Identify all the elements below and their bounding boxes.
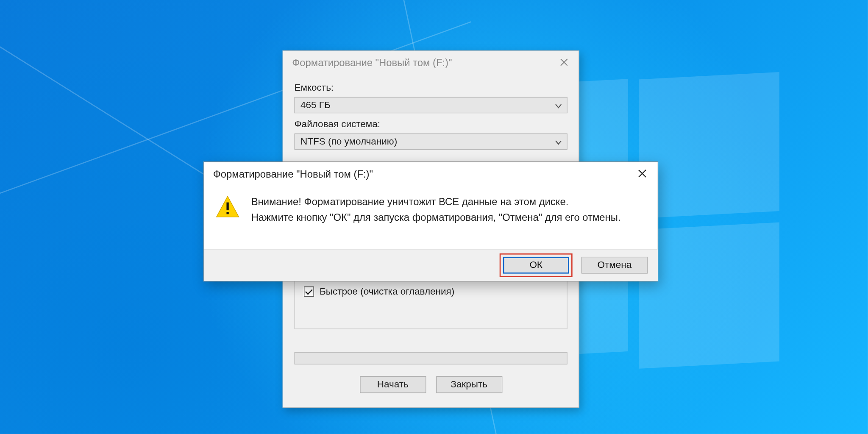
capacity-label: Емкость: bbox=[295, 82, 568, 93]
warning-icon bbox=[215, 195, 240, 219]
confirm-message: Внимание! Форматирование уничтожит ВСЕ д… bbox=[251, 195, 621, 226]
confirm-dialog: Форматирование "Новый том (F:)" Внимание… bbox=[203, 161, 658, 281]
filesystem-label: Файловая система: bbox=[295, 119, 568, 130]
quick-format-label: Быстрое (очистка оглавления) bbox=[320, 286, 454, 297]
svg-rect-5 bbox=[226, 203, 228, 211]
close-button[interactable]: Закрыть bbox=[436, 376, 502, 393]
confirm-dialog-titlebar: Форматирование "Новый том (F:)" bbox=[204, 162, 658, 186]
close-icon bbox=[560, 57, 568, 69]
chevron-down-icon bbox=[554, 138, 562, 149]
confirm-dialog-footer: ОК Отмена bbox=[204, 249, 658, 281]
chevron-down-icon bbox=[554, 101, 562, 112]
ok-button-highlight: ОК bbox=[500, 253, 573, 277]
start-button-label: Начать bbox=[377, 379, 409, 390]
ok-button-label: ОК bbox=[529, 260, 542, 271]
format-progress-bar bbox=[295, 352, 568, 364]
close-button-label: Закрыть bbox=[451, 379, 487, 390]
format-dialog-titlebar: Форматирование "Новый том (F:)" bbox=[283, 51, 579, 75]
ok-button[interactable]: ОК bbox=[503, 257, 569, 274]
format-options-group: Способы форматирования: Быстрое (очистка… bbox=[295, 275, 568, 329]
close-icon bbox=[638, 169, 646, 181]
cancel-button[interactable]: Отмена bbox=[581, 257, 648, 274]
format-dialog-close-button[interactable] bbox=[549, 51, 579, 75]
confirm-dialog-title: Форматирование "Новый том (F:)" bbox=[213, 169, 373, 181]
format-dialog-title: Форматирование "Новый том (F:)" bbox=[292, 57, 452, 69]
quick-format-checkbox[interactable] bbox=[304, 287, 314, 297]
confirm-dialog-close-button[interactable] bbox=[626, 162, 658, 186]
filesystem-select[interactable]: NTFS (по умолчанию) bbox=[295, 134, 568, 150]
confirm-message-line2: Нажмите кнопку "ОК" для запуска форматир… bbox=[251, 210, 621, 226]
start-button[interactable]: Начать bbox=[360, 376, 426, 393]
capacity-select[interactable]: 465 ГБ bbox=[295, 97, 568, 113]
filesystem-value: NTFS (по умолчанию) bbox=[300, 136, 397, 147]
confirm-message-line1: Внимание! Форматирование уничтожит ВСЕ д… bbox=[251, 195, 621, 210]
capacity-value: 465 ГБ bbox=[300, 100, 331, 111]
svg-rect-6 bbox=[226, 212, 228, 214]
cancel-button-label: Отмена bbox=[598, 260, 632, 271]
